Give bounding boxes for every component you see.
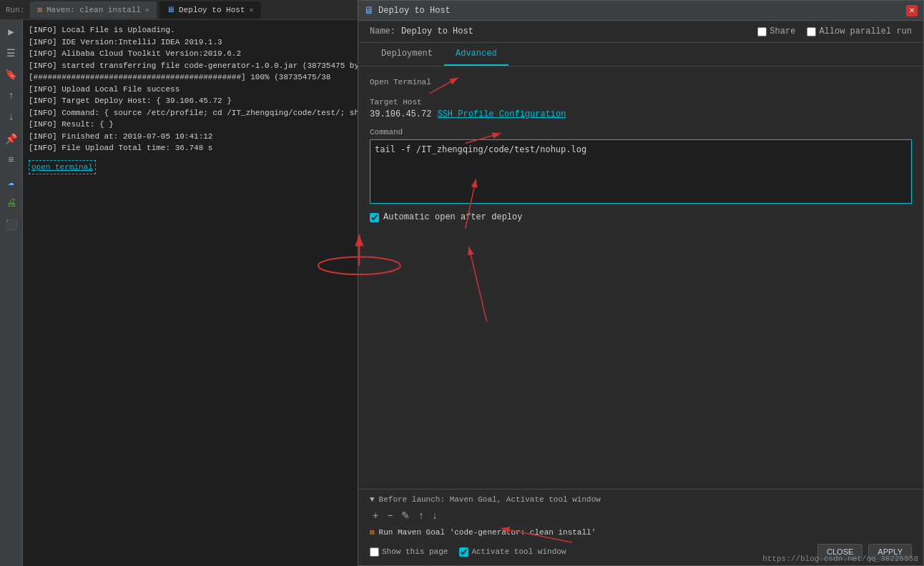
- auto-open-label: Automatic open after deploy: [383, 212, 522, 222]
- deploy-tab-icon: 🖥: [167, 5, 175, 14]
- auto-open-row: Automatic open after deploy: [370, 212, 912, 222]
- tab-deployment[interactable]: Deployment: [370, 43, 444, 66]
- show-page-text: Show this page: [382, 547, 448, 556]
- before-launch-label: Before launch: Maven Goal, Activate tool…: [379, 495, 601, 504]
- sidebar-icon-list[interactable]: ☰: [3, 44, 20, 61]
- tab-maven-close[interactable]: ✕: [145, 6, 149, 14]
- target-host-value-row: 39.106.45.72 SSH Profile Configuration: [370, 109, 912, 119]
- activate-tool-label[interactable]: Activate tool window: [459, 547, 566, 557]
- watermark: https://blog.csdn.net/qq_38225558: [762, 555, 918, 563]
- open-terminal-link[interactable]: open terminal: [29, 160, 96, 175]
- parallel-checkbox[interactable]: [807, 27, 816, 36]
- deploy-dialog: 🖥 Deploy to Host ✕ Name: Deploy to Host …: [358, 20, 924, 566]
- before-launch-header: ▼ Before launch: Maven Goal, Activate to…: [370, 495, 912, 504]
- sidebar-icon-run[interactable]: ▶: [3, 23, 20, 40]
- parallel-checkbox-label[interactable]: Allow parallel run: [807, 26, 912, 36]
- sidebar-icon-pin[interactable]: 📌: [3, 130, 20, 147]
- dialog-name-value: Deploy to Host: [401, 26, 473, 36]
- dialog-content: Open Terminal Target Host 39.106.45.72 S…: [358, 66, 923, 489]
- target-host-value: 39.106.45.72: [370, 109, 431, 119]
- dialog-name-label: Name:: [370, 26, 395, 36]
- launch-up-btn[interactable]: ↑: [416, 508, 426, 522]
- sidebar-icon-cloud[interactable]: ☁: [3, 173, 20, 190]
- ide-container: Run: m Maven: clean install ✕ 🖥 Deploy t…: [0, 0, 924, 566]
- dialog-header-checkboxes: Share Allow parallel run: [757, 26, 912, 36]
- sidebar-icon-stop[interactable]: ⬛: [3, 216, 20, 233]
- command-row: Command tail -f /IT_zhengqing/code/test/…: [370, 128, 912, 204]
- command-textarea[interactable]: tail -f /IT_zhengqing/code/test/nohup.lo…: [370, 139, 912, 204]
- tab-maven[interactable]: m Maven: clean install ✕: [30, 1, 157, 19]
- tab-advanced-label: Advanced: [456, 49, 497, 59]
- share-checkbox[interactable]: [757, 27, 767, 36]
- ssh-profile-link[interactable]: SSH Profile Configuration: [437, 109, 566, 119]
- launch-add-btn[interactable]: +: [370, 508, 381, 522]
- launch-item: m Run Maven Goal 'code-generator: clean …: [370, 527, 912, 538]
- launch-edit-btn[interactable]: ✎: [398, 508, 413, 522]
- launch-item-icon: m: [370, 528, 375, 537]
- tab-maven-label: Maven: clean install: [46, 6, 141, 14]
- launch-toolbar: + − ✎ ↑ ↓: [370, 508, 912, 522]
- share-label-text: Share: [770, 26, 795, 36]
- launch-remove-btn[interactable]: −: [384, 508, 395, 522]
- open-terminal-row: Open Terminal: [370, 78, 912, 89]
- show-page-checkbox[interactable]: [370, 547, 379, 557]
- launch-item-label: Run Maven Goal 'code-generator: clean in…: [379, 528, 596, 537]
- sidebar-icon-down[interactable]: ↓: [3, 109, 20, 126]
- tab-deploy[interactable]: 🖥 Deploy to Host ✕: [159, 1, 260, 19]
- target-host-row: Target Host 39.106.45.72 SSH Profile Con…: [370, 98, 912, 119]
- launch-down-btn[interactable]: ↓: [429, 508, 440, 522]
- main-area: ▶ ☰ 🔖 ↑ ↓ 📌 ≡ ☁ 🖨 ⬛ [INFO] Local File is…: [0, 20, 924, 566]
- tab-advanced[interactable]: Advanced: [444, 43, 508, 66]
- command-label: Command: [370, 128, 912, 136]
- before-launch-chevron[interactable]: ▼: [370, 495, 375, 504]
- target-host-label: Target Host: [370, 98, 422, 106]
- open-terminal-label: Open Terminal: [370, 78, 912, 86]
- activate-tool-text: Activate tool window: [471, 547, 566, 556]
- sidebar-icon-lines[interactable]: ≡: [3, 152, 20, 169]
- dialog-footer: ▼ Before launch: Maven Goal, Activate to…: [358, 489, 923, 565]
- dialog-tabs: Deployment Advanced: [358, 43, 923, 66]
- auto-open-checkbox[interactable]: [370, 213, 379, 222]
- sidebar-icon-up[interactable]: ↑: [3, 87, 20, 104]
- sidebar-icons: ▶ ☰ 🔖 ↑ ↓ 📌 ≡ ☁ 🖨 ⬛: [0, 20, 23, 566]
- tab-deploy-close[interactable]: ✕: [250, 6, 254, 14]
- target-host-field-row: Target Host: [370, 98, 912, 109]
- run-label: Run:: [6, 6, 24, 14]
- parallel-label-text: Allow parallel run: [819, 26, 912, 36]
- tab-deployment-label: Deployment: [381, 49, 433, 59]
- sidebar-icon-print[interactable]: 🖨: [3, 194, 20, 212]
- activate-tool-checkbox[interactable]: [459, 547, 468, 557]
- tab-deploy-label: Deploy to Host: [179, 6, 245, 14]
- share-checkbox-label[interactable]: Share: [757, 26, 795, 36]
- sidebar-icon-bookmark[interactable]: 🔖: [3, 66, 20, 83]
- dialog-header-row: Name: Deploy to Host Share Allow paralle…: [358, 21, 923, 43]
- show-page-label[interactable]: Show this page: [370, 547, 448, 557]
- maven-icon: m: [37, 6, 42, 14]
